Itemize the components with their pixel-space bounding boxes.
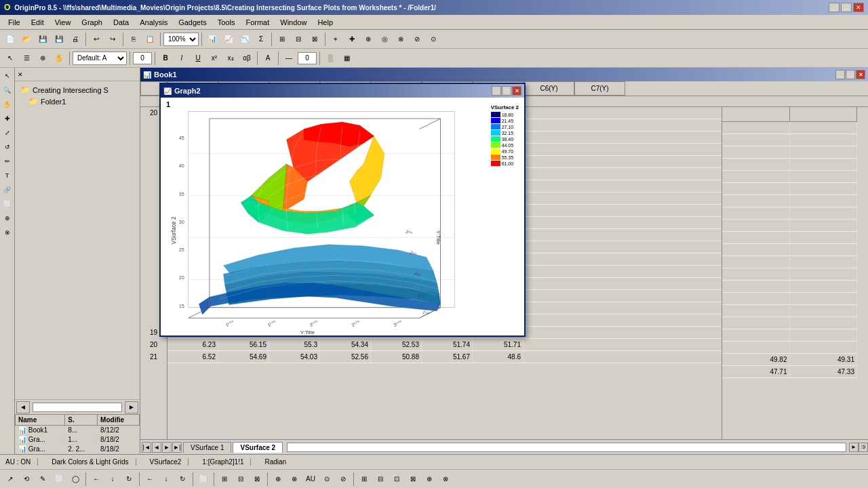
bottom-extra5[interactable]: ⊕ [422, 472, 437, 487]
stats-btn[interactable]: Σ [254, 32, 269, 47]
save-all-btn[interactable]: 💾 [52, 32, 66, 47]
add-tool[interactable]: ✚ [1, 112, 14, 125]
undo-btn[interactable]: ↩ [89, 32, 104, 47]
bottom-rect-btn[interactable]: ⬜ [52, 472, 66, 487]
right-cell-16-1[interactable] [790, 317, 858, 329]
right-cell-15-0[interactable] [722, 305, 790, 317]
right-cell-4-1[interactable] [790, 171, 858, 182]
bottom-extra4[interactable]: ⊠ [406, 472, 420, 487]
cell-20-6[interactable]: 48.6 [473, 351, 524, 363]
menu-graph[interactable]: Graph [76, 17, 108, 28]
link-tool[interactable]: 🔗 [1, 183, 14, 197]
hatch-btn[interactable]: ▦ [339, 51, 354, 66]
file-row-1[interactable]: 📊 Gra...1...8/18/2 [16, 435, 140, 445]
right-cell-18-0[interactable] [722, 342, 790, 353]
scale-tool[interactable]: ⤢ [1, 126, 14, 140]
tab-first-btn[interactable]: |◄ [142, 442, 151, 453]
draw-select[interactable]: ☰ [19, 51, 34, 66]
col-header-C6Y[interactable]: C6(Y) [524, 81, 574, 96]
right-cell-2-1[interactable] [790, 146, 858, 158]
panel-close[interactable]: ✕ [18, 71, 23, 78]
menu-format[interactable]: Format [240, 17, 275, 28]
zoom-tool[interactable]: 🔍 [1, 83, 14, 97]
graph2-content[interactable]: 1 VSurface 2 15 20 25 30 [161, 98, 524, 336]
right-cell-16-0[interactable] [722, 317, 790, 329]
bottom-misc5[interactable]: ⊘ [336, 472, 351, 487]
tree-root[interactable]: 📁 Creating Intersecting S [18, 84, 137, 96]
right-cell-8-1[interactable] [790, 220, 858, 231]
line-btn[interactable]: — [281, 51, 296, 66]
plot-btn[interactable]: 📊 [205, 32, 220, 47]
line-size-input[interactable] [298, 52, 317, 64]
right-cell-9-0[interactable] [722, 232, 790, 243]
draw-pan[interactable]: ✋ [52, 51, 66, 66]
right-cell-14-0[interactable] [722, 293, 790, 304]
plot3-btn[interactable]: 📉 [237, 32, 252, 47]
menu-gadgets[interactable]: Gadgets [173, 17, 212, 28]
tab-prev-btn[interactable]: ◄ [152, 442, 161, 453]
draw-tool[interactable]: ✏ [1, 155, 14, 168]
right-cell-20-0[interactable]: 47.71 [722, 366, 790, 378]
menu-view[interactable]: View [50, 17, 77, 28]
tab-vsurface1[interactable]: VSurface 1 [183, 442, 231, 453]
tool1[interactable]: ⌖ [328, 32, 343, 47]
menu-analysis[interactable]: Analysis [134, 17, 173, 28]
right-cell-5-0[interactable] [722, 183, 790, 195]
nav-left-btn[interactable]: ◄ [16, 401, 30, 413]
right-cell-17-1[interactable] [790, 329, 858, 341]
menu-help[interactable]: Help [312, 17, 338, 28]
v-scrollbar[interactable] [857, 107, 868, 439]
book1-minimize[interactable]: _ [835, 70, 845, 79]
underline-btn[interactable]: U [191, 51, 205, 66]
bottom-extra1[interactable]: ⊞ [357, 472, 372, 487]
arrange-btn[interactable]: ⊠ [307, 32, 322, 47]
cell-20-0[interactable]: 6.52 [167, 351, 218, 363]
right-cell-8-0[interactable] [722, 220, 790, 231]
bottom-grid2[interactable]: ⊟ [233, 472, 248, 487]
right-cell-13-0[interactable] [722, 281, 790, 292]
menu-edit[interactable]: Edit [26, 17, 50, 28]
tree-folder1[interactable]: 📁 Folder1 [18, 96, 137, 107]
bottom-misc2[interactable]: ⊗ [287, 472, 302, 487]
zoom-select[interactable]: 100% 75% 150% [163, 33, 199, 46]
bold-btn[interactable]: B [158, 51, 173, 66]
draw-pointer[interactable]: ⊕ [35, 51, 50, 66]
tool3[interactable]: ⊕ [361, 32, 376, 47]
right-cell-20-1[interactable]: 47.33 [790, 366, 858, 378]
bottom-misc1[interactable]: ⊕ [271, 472, 285, 487]
right-cell-11-0[interactable] [722, 256, 790, 268]
draw-arrow[interactable]: ↖ [3, 51, 18, 66]
right-cell-6-0[interactable] [722, 195, 790, 207]
tab-last-btn[interactable]: ►| [172, 442, 182, 453]
tab-options-btn[interactable]: ⊕ [859, 443, 868, 452]
right-cell-3-0[interactable] [722, 159, 790, 170]
symbol-btn[interactable]: αβ [239, 51, 254, 66]
graph2-minimize[interactable]: _ [492, 86, 501, 96]
bottom-pen-btn[interactable]: ✎ [35, 472, 50, 487]
print-btn[interactable]: 🖨 [68, 32, 83, 47]
right-cell-11-1[interactable] [790, 256, 858, 268]
panel-btn[interactable]: ⊟ [291, 32, 306, 47]
cell-19-0[interactable]: 6.23 [167, 339, 218, 350]
copy-btn[interactable]: ⎘ [126, 32, 141, 47]
minimize-button[interactable]: _ [829, 3, 840, 12]
cell-19-4[interactable]: 52.53 [371, 339, 422, 350]
right-cell-1-0[interactable] [722, 134, 790, 146]
superscript-btn[interactable]: x² [207, 51, 222, 66]
col-size-header[interactable]: S. [65, 415, 98, 426]
new-btn[interactable]: 📄 [3, 32, 18, 47]
right-cell-5-1[interactable] [790, 183, 858, 195]
data-row-20[interactable]: 6.5254.6954.0352.5650.8851.6748.6 [167, 351, 722, 363]
region-tool[interactable]: ⬜ [1, 197, 14, 211]
grid-btn[interactable]: ⊞ [275, 32, 290, 47]
cell-20-5[interactable]: 51.67 [422, 351, 473, 363]
bottom-square-btn[interactable]: ⬜ [196, 472, 211, 487]
right-cell-12-0[interactable] [722, 268, 790, 280]
cell-19-2[interactable]: 55.3 [269, 339, 320, 350]
right-cell-13-1[interactable] [790, 281, 858, 292]
color-btn[interactable]: A [260, 51, 275, 66]
bottom-left-btn[interactable]: ← [89, 472, 104, 487]
right-cell-0-0[interactable] [722, 122, 790, 134]
bottom-grid1[interactable]: ⊞ [217, 472, 232, 487]
menu-file[interactable]: File [3, 17, 26, 28]
